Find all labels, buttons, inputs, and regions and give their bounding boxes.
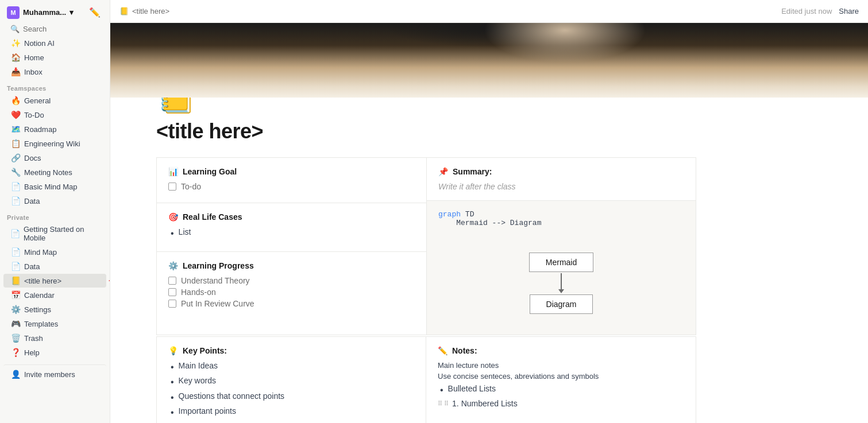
data-private-icon: 📄 (10, 262, 21, 271)
private-label: Private (0, 208, 110, 223)
drag-handle-icon: ⠿ ⠿ (438, 400, 449, 408)
todo-label: To-do (181, 182, 201, 191)
chevron-down-icon: ▾ (70, 8, 74, 17)
sidebar-item-data-private[interactable]: 📄 Data (3, 259, 106, 273)
edited-status: Edited just now (781, 7, 832, 15)
learning-goal-icon: 📊 (168, 167, 178, 176)
sidebar-item-notion-ai[interactable]: ✨ Notion AI (3, 36, 106, 50)
invite-members-button[interactable]: 👤 Invite members (3, 364, 106, 381)
basic-mind-map-label: Basic Mind Map (24, 183, 77, 191)
mermaid-diagram: Mermaid Diagram (438, 241, 684, 325)
data-teamspace-label: Data (24, 197, 40, 205)
understand-theory-label: Understand Theory (181, 276, 250, 285)
getting-started-label: Getting Started on Mobile (24, 225, 99, 242)
hands-on-checkbox[interactable] (168, 288, 176, 296)
mermaid-box-1: Mermaid (529, 253, 593, 272)
real-life-cases-block: 🎯 Real Life Cases • List (157, 203, 426, 252)
arrow-line (561, 273, 562, 289)
user-menu[interactable]: M Muhamma... ▾ (7, 6, 74, 19)
sidebar-item-general[interactable]: 🔥 General (3, 94, 106, 107)
inbox-icon: 📥 (10, 67, 21, 76)
sidebar-item-meeting-notes[interactable]: 🔧 Meeting Notes (3, 165, 106, 179)
sidebar-item-title-here[interactable]: 📒 <title here> (3, 274, 106, 288)
mermaid-code-line2: Mermaid --> Diagram (438, 219, 541, 227)
mermaid-box-2: Diagram (530, 294, 593, 314)
help-icon: ❓ (10, 348, 21, 357)
templates-icon: 🎮 (10, 319, 21, 328)
sidebar-item-help[interactable]: ❓ Help (3, 346, 106, 359)
settings-label: Settings (24, 305, 51, 314)
sidebar-item-trash[interactable]: 🗑️ Trash (3, 331, 106, 345)
key-point-1: Main Ideas (179, 361, 218, 370)
roadmap-label: Roadmap (24, 125, 56, 134)
pin-icon: 📌 (438, 167, 448, 176)
sidebar: M Muhamma... ▾ ✏️ 🔍 Search ✨ Notion AI 🏠… (0, 0, 110, 423)
page-title[interactable]: <title here> (156, 119, 696, 143)
search-button[interactable]: 🔍 Search (3, 22, 106, 36)
left-col: 📊 Learning Goal To-do 🎯 Real Life Cases (156, 157, 426, 335)
bottom-row: 💡 Key Points: • Main Ideas • Key words •… (156, 336, 696, 423)
learning-progress-icon: ⚙️ (168, 261, 178, 270)
sidebar-item-inbox[interactable]: 📥 Inbox (3, 65, 106, 79)
teamspaces-label: Teamspaces (0, 79, 110, 94)
page-body: 📒 <title here> 📊 Learning Goal (110, 80, 742, 423)
meeting-notes-icon: 🔧 (10, 168, 21, 177)
notes-label: Notes: (452, 346, 477, 355)
docs-icon: 🔗 (10, 153, 21, 162)
bullet-dot-1: • (171, 361, 174, 374)
bullet-dot-3: • (171, 391, 174, 404)
notes-bullet-label: Bulleted Lists (448, 384, 496, 393)
title-here-icon: 📒 (10, 276, 21, 285)
learning-goal-title: 📊 Learning Goal (168, 167, 415, 176)
general-icon: 🔥 (10, 96, 21, 105)
templates-label: Templates (24, 320, 58, 328)
key-point-3: Questions that connect points (179, 391, 284, 401)
notion-ai-label: Notion AI (24, 39, 55, 48)
todo-icon: ❤️ (10, 110, 21, 119)
help-label: Help (24, 348, 40, 357)
real-life-cases-icon: 🎯 (168, 212, 178, 222)
breadcrumb-icon: 📒 (119, 7, 129, 15)
put-in-review-checkbox[interactable] (168, 300, 176, 308)
invite-icon: 👤 (10, 370, 21, 379)
new-page-icon[interactable]: ✏️ (87, 6, 103, 19)
todo-checkbox[interactable] (168, 183, 176, 191)
put-in-review-label: Put In Review Curve (181, 299, 254, 308)
sidebar-item-mind-map[interactable]: 📄 Mind Map (3, 245, 106, 259)
sidebar-item-home[interactable]: 🏠 Home (3, 51, 106, 64)
sidebar-item-templates[interactable]: 🎮 Templates (3, 317, 106, 331)
sidebar-item-getting-started-mobile[interactable]: 📄 Getting Started on Mobile (3, 223, 106, 245)
share-button[interactable]: Share (839, 7, 859, 15)
cover-image (110, 23, 868, 98)
sidebar-item-settings[interactable]: ⚙️ Settings (3, 302, 106, 316)
trash-icon: 🗑️ (10, 333, 21, 343)
summary-placeholder: Write it after the class (438, 182, 684, 191)
topbar-actions: Edited just now Share (781, 7, 859, 15)
home-icon: 🏠 (10, 53, 21, 62)
real-life-cases-bullet-label: List (179, 227, 191, 236)
understand-checkbox[interactable] (168, 277, 176, 285)
bullet-dot: • (171, 227, 174, 240)
right-col: 📌 Summary: Write it after the class grap… (426, 157, 696, 335)
sidebar-item-engineering-wiki[interactable]: 📋 Engineering Wiki (3, 137, 106, 150)
sidebar-item-basic-mind-map[interactable]: 📄 Basic Mind Map (3, 180, 106, 193)
sidebar-item-roadmap[interactable]: 🗺️ Roadmap (3, 122, 106, 136)
notes-block: ✏️ Notes: Main lecture notes Use concise… (426, 337, 696, 423)
mermaid-keyword: graph (438, 210, 461, 219)
settings-icon: ⚙️ (10, 305, 21, 314)
key-points-block: 💡 Key Points: • Main Ideas • Key words •… (157, 337, 426, 423)
sidebar-item-calendar[interactable]: 📅 Calendar (3, 288, 106, 302)
basic-mind-map-icon: 📄 (10, 182, 21, 191)
notes-title: ✏️ Notes: (438, 346, 684, 355)
sidebar-item-data-teamspace[interactable]: 📄 Data (3, 194, 106, 208)
key-points-icon: 💡 (168, 346, 178, 355)
search-label: Search (23, 25, 47, 33)
sidebar-item-docs[interactable]: 🔗 Docs (3, 151, 106, 165)
real-life-cases-title: 🎯 Real Life Cases (168, 212, 415, 222)
meeting-notes-label: Meeting Notes (24, 168, 72, 177)
key-point-important: • Important points (168, 406, 414, 419)
notion-ai-icon: ✨ (10, 38, 21, 48)
invite-label: Invite members (24, 370, 75, 379)
sidebar-item-todo[interactable]: ❤️ To-Do (3, 108, 106, 122)
mermaid-arrow (558, 273, 564, 293)
